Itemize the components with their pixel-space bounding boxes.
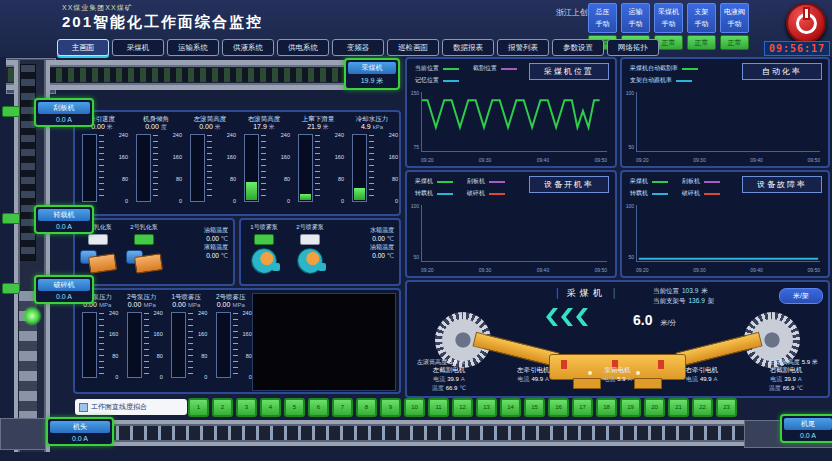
gauge-unit: 米: [323, 124, 329, 130]
gauge-scale: 240 160 80 0: [329, 132, 344, 204]
support-button[interactable]: 11: [428, 398, 449, 417]
station-box-scraper[interactable]: 刮板机 0.0 A: [34, 98, 94, 127]
nav-tab[interactable]: 主画面: [57, 39, 109, 56]
legend-swatch: [704, 193, 720, 195]
nav-tab[interactable]: 供液系统: [222, 39, 274, 56]
support-button[interactable]: 22: [692, 398, 713, 417]
support-button[interactable]: 18: [596, 398, 617, 417]
power-button[interactable]: [786, 3, 826, 43]
legend-item: 记忆位置: [415, 76, 459, 85]
support-button[interactable]: 6: [308, 398, 329, 417]
gauge-bar: 240 160 80 0: [76, 134, 128, 202]
mode-button[interactable]: 电液阀 手动: [720, 3, 749, 33]
support-button[interactable]: 4: [260, 398, 281, 417]
nav-tab[interactable]: 巡检画面: [387, 39, 439, 56]
mode-subsystem: 总压: [589, 7, 616, 17]
support-button[interactable]: 17: [572, 398, 593, 417]
fan-pump-icon[interactable]: [292, 247, 328, 273]
mode-subsystem: 运输: [622, 7, 649, 17]
support-button[interactable]: 13: [476, 398, 497, 417]
mode-button[interactable]: 运输 手动: [621, 3, 650, 33]
vertical-gauge: 2号泵压力 0.00MPa 240 160 80 0: [121, 293, 163, 378]
pump-label: 2号乳化泵: [121, 223, 167, 232]
y-axis-ticks: 15075: [409, 90, 419, 150]
support-button[interactable]: 14: [500, 398, 521, 417]
chart-panel-fault-rate: 采煤机 刮板机 转载机 破碎机 设备故障率 10050: [620, 170, 830, 278]
gauge-ticks: [315, 135, 320, 201]
support-button[interactable]: 20: [644, 398, 665, 417]
shearer-position-value: 19.9 米: [348, 76, 396, 86]
station-box-crusher[interactable]: 破碎机 0.0 A: [34, 275, 94, 304]
support-button[interactable]: 23: [716, 398, 737, 417]
emulsion-temps: 油箱温度 0.00 ℃ 液箱温度 0.00 ℃: [167, 223, 233, 273]
chart-panel-automation-rate: 采煤机自动截割率 支架自动跟机率 自动化率 10050 09:2009:3009…: [620, 57, 830, 168]
straightness-toggle[interactable]: 工作面直线度拟合: [75, 399, 187, 415]
nav-tab[interactable]: 网络拓扑: [607, 39, 659, 56]
gauge-track: [127, 312, 142, 378]
mode-button[interactable]: 支架 手动: [687, 3, 716, 33]
legend-item: 支架自动跟机率: [630, 76, 698, 85]
fan-pump-icon[interactable]: [246, 247, 282, 273]
vertical-gauge: 右滚筒高度 17.9米 240 160 80 0: [238, 115, 290, 202]
nav-tab[interactable]: 供电系统: [277, 39, 329, 56]
temperature-label: 油箱温度: [333, 243, 394, 252]
chart-title: 设备故障率: [742, 176, 822, 193]
temperature-value: 0.00 ℃: [333, 235, 394, 243]
support-button[interactable]: 8: [356, 398, 377, 417]
pump-icon[interactable]: [126, 247, 162, 273]
pump-status-chip: [300, 234, 320, 245]
fan-icon: [251, 248, 277, 274]
support-button[interactable]: 12: [452, 398, 473, 417]
mode-button[interactable]: 总压 手动: [588, 3, 617, 33]
gauge-bar: 240 160 80 0: [165, 312, 207, 378]
support-button[interactable]: 16: [548, 398, 569, 417]
support-button[interactable]: 9: [380, 398, 401, 417]
support-button[interactable]: 15: [524, 398, 545, 417]
legend-swatch: [652, 181, 668, 183]
support-button[interactable]: 5: [284, 398, 305, 417]
gauge-scale: 240 160 80 0: [383, 132, 398, 204]
nav-tab[interactable]: 变频器: [332, 39, 384, 56]
chart-panel-run-rate: 采煤机 刮板机 转载机 破碎机 设备开机率 10050: [405, 170, 617, 278]
power-icon: [796, 13, 817, 34]
motor-stat-row: 电流39.9A: [413, 375, 485, 384]
gauge-bar: 240 160 80 0: [184, 134, 236, 202]
gauge-bar: 240 160 80 0: [210, 312, 252, 378]
support-button-row: 1 2 3 4 5 6 7 8 9 10 11 12 13 14 15: [188, 398, 737, 417]
station-label: 转载机: [38, 209, 90, 221]
nav-tab[interactable]: 数据报表: [442, 39, 494, 56]
gauge-label: 2号喷雾压: [210, 293, 252, 301]
support-button[interactable]: 21: [668, 398, 689, 417]
temperature-value: 0.00 ℃: [333, 252, 394, 260]
gauge-label: 上窜下滑量: [292, 115, 344, 123]
gauge-track: [298, 134, 313, 202]
mode-value: 手动: [655, 19, 682, 29]
gauge-list: 牵引速度 0.00米 240 160 80 0 机: [75, 112, 399, 202]
gauge-value: 0.00MPa: [165, 301, 207, 310]
gauge-track: [190, 134, 205, 202]
gauge-unit: 米: [215, 124, 221, 130]
x-axis-ticks: 09:2009:3009:4009:50: [636, 157, 820, 163]
indicator-chip: [2, 283, 20, 294]
support-button[interactable]: 7: [332, 398, 353, 417]
shearer-position-box[interactable]: 采煤机 19.9 米: [344, 58, 400, 90]
nav-tab[interactable]: 参数设置: [552, 39, 604, 56]
chart-title: 设备开机率: [529, 176, 609, 193]
support-button[interactable]: 19: [620, 398, 641, 417]
nav-tab[interactable]: 采煤机: [112, 39, 164, 56]
support-button[interactable]: 2: [212, 398, 233, 417]
support-button[interactable]: 10: [404, 398, 425, 417]
pump-icon[interactable]: [80, 247, 116, 273]
legend-item: 当前位置: [415, 64, 459, 73]
support-button[interactable]: 1: [188, 398, 209, 417]
support-button[interactable]: 3: [236, 398, 257, 417]
gauge-label: 2号泵压力: [121, 293, 163, 301]
temperature-value: 0.00 ℃: [167, 252, 228, 260]
conveyor-tail-box[interactable]: 机尾 0.0 A: [780, 414, 832, 443]
nav-tab[interactable]: 运输系统: [167, 39, 219, 56]
gauge-unit: MPa: [232, 302, 244, 308]
station-box-stage-loader[interactable]: 转载机 0.0 A: [34, 205, 94, 234]
conveyor-head-box[interactable]: 机头 0.0 A: [46, 417, 114, 446]
nav-tab[interactable]: 报警列表: [497, 39, 549, 56]
mode-button[interactable]: 采煤机 手动: [654, 3, 683, 33]
